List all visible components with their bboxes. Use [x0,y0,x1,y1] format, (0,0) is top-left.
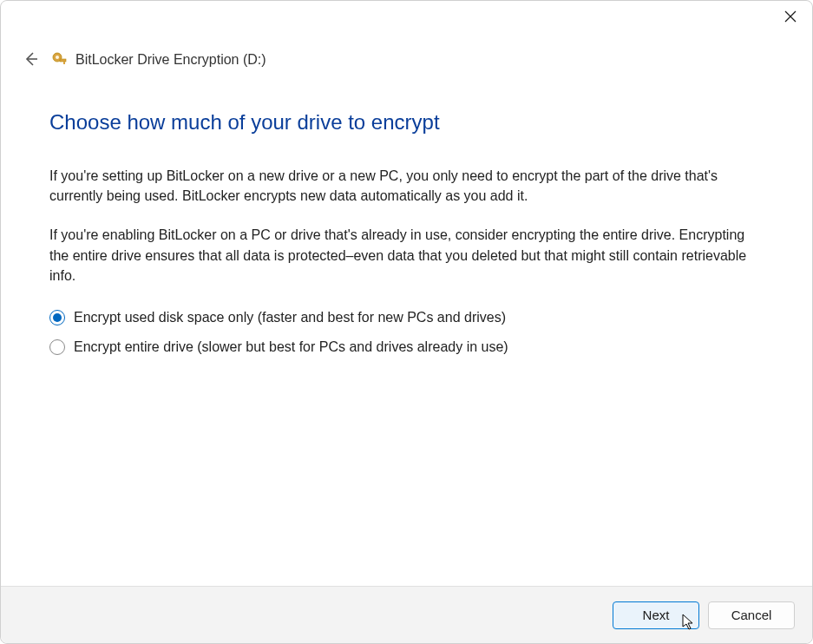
header-row: BitLocker Drive Encryption (D:) [1,49,812,76]
wizard-footer: Next Cancel [1,586,812,643]
wizard-window: BitLocker Drive Encryption (D:) Choose h… [0,0,813,644]
content-area: Choose how much of your drive to encrypt… [1,76,812,586]
radio-icon [49,339,65,355]
close-icon [784,10,797,25]
option-encrypt-entire-drive[interactable]: Encrypt entire drive (slower but best fo… [49,339,764,355]
header-title-wrap: BitLocker Drive Encryption (D:) [51,51,266,69]
description-paragraph-1: If you're setting up BitLocker on a new … [49,166,764,206]
option-label: Encrypt used disk space only (faster and… [74,310,506,325]
arrow-left-icon [23,51,38,69]
close-button[interactable] [781,8,800,27]
back-button[interactable] [20,49,41,70]
page-heading: Choose how much of your drive to encrypt [49,110,764,135]
header-title: BitLocker Drive Encryption (D:) [75,52,266,68]
description-paragraph-2: If you're enabling BitLocker on a PC or … [49,225,764,286]
option-label: Encrypt entire drive (slower but best fo… [74,339,508,355]
encryption-options: Encrypt used disk space only (faster and… [49,310,764,355]
radio-icon [49,310,65,325]
svg-rect-6 [63,62,65,64]
cancel-button[interactable]: Cancel [708,601,795,629]
svg-rect-5 [60,59,66,62]
titlebar [1,1,812,36]
next-button[interactable]: Next [613,601,699,629]
svg-point-4 [56,56,59,59]
option-encrypt-used-only[interactable]: Encrypt used disk space only (faster and… [49,310,764,325]
bitlocker-key-icon [51,51,69,69]
